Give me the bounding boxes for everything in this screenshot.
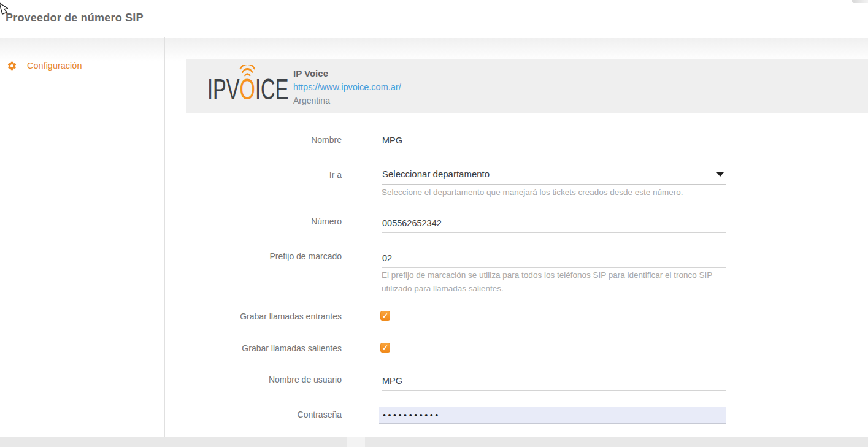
mouse-cursor-icon xyxy=(0,1,8,15)
departamento-select[interactable]: Seleccionar departamento xyxy=(382,169,726,185)
ir-a-hint: Seleccione el departamento que manejará … xyxy=(382,186,727,199)
sidebar: Configuración xyxy=(0,38,164,437)
numero-field-wrap xyxy=(382,218,726,233)
page-title: Proveedor de número SIP xyxy=(6,12,144,25)
usuario-label: Nombre de usuario xyxy=(147,375,342,384)
provider-url-link[interactable]: https://www.ipvoice.com.ar/ xyxy=(293,80,401,94)
sidebar-item-label: Configuración xyxy=(27,61,82,71)
grabar-entrantes-checkbox[interactable]: ✓ xyxy=(380,311,390,321)
window-edge-fragment xyxy=(852,0,868,3)
gear-icon xyxy=(7,61,17,71)
contrasena-label: Contraseña xyxy=(147,410,342,419)
grabar-entrantes-label: Grabar llamadas entrantes xyxy=(147,311,342,321)
provider-banner: IPVOICE IP Voice https://www.ipvoice.com… xyxy=(186,59,868,113)
logo-text-post: ICE xyxy=(255,73,288,105)
contrasena-input[interactable] xyxy=(379,407,726,423)
ir-a-field-wrap: Seleccionar departamento xyxy=(382,169,726,185)
ir-a-label: Ir a xyxy=(147,170,342,180)
numero-label: Número xyxy=(147,216,342,226)
ipvoice-logo: IPVOICE xyxy=(207,64,288,104)
nombre-input[interactable] xyxy=(382,136,726,150)
prefijo-input[interactable] xyxy=(382,253,726,268)
provider-info: IP Voice https://www.ipvoice.com.ar/ Arg… xyxy=(293,67,401,107)
nombre-field-wrap xyxy=(382,135,726,150)
prefijo-label: Prefijo de marcado xyxy=(147,251,342,261)
logo-letter-o: O xyxy=(240,75,255,104)
grabar-salientes-checkbox[interactable]: ✓ xyxy=(380,343,390,353)
bottom-scrollbar-fragment xyxy=(347,437,365,447)
grabar-salientes-label: Grabar llamadas salientes xyxy=(147,343,342,353)
prefijo-hint: El prefijo de marcación se utiliza para … xyxy=(382,269,727,296)
check-icon: ✓ xyxy=(381,311,390,321)
numero-input[interactable] xyxy=(382,218,726,233)
provider-name: IP Voice xyxy=(293,67,401,80)
page-header: Proveedor de número SIP xyxy=(0,0,868,37)
bottom-content-edge xyxy=(0,437,868,447)
wifi-arcs-icon xyxy=(239,65,256,77)
prefijo-field-wrap xyxy=(382,253,726,268)
screen: Proveedor de número SIP Configuración IP… xyxy=(0,0,868,447)
departamento-select-value: Seleccionar departamento xyxy=(382,169,490,179)
chevron-down-icon xyxy=(716,172,724,177)
contrasena-field-wrap xyxy=(379,407,726,424)
sidebar-item-configuracion[interactable]: Configuración xyxy=(0,58,164,77)
usuario-input[interactable] xyxy=(382,376,726,391)
nombre-label: Nombre xyxy=(147,135,342,145)
usuario-field-wrap xyxy=(382,375,726,391)
provider-country: Argentina xyxy=(293,94,401,107)
check-icon: ✓ xyxy=(381,343,390,353)
logo-text-pre: IPV xyxy=(207,73,240,105)
